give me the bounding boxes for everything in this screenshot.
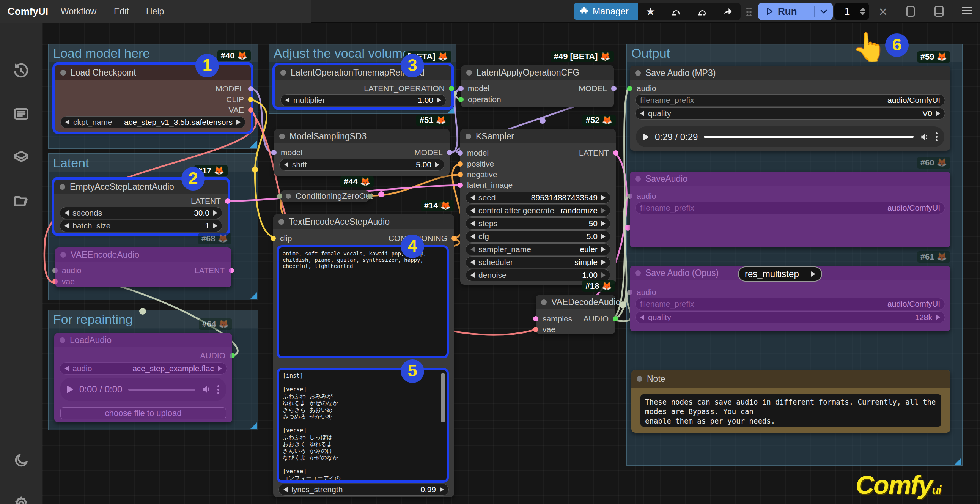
next-value-icon[interactable] — [213, 210, 217, 215]
menu-edit[interactable]: Edit — [114, 0, 129, 23]
next-value-icon[interactable] — [936, 315, 940, 320]
node-vae-encode-audio[interactable]: #68 🦊 VAEEncodeAudio audioLATENT vae — [55, 247, 231, 287]
prev-value-icon[interactable] — [471, 234, 475, 239]
next-value-icon[interactable] — [213, 223, 217, 228]
model-library-icon[interactable] — [13, 149, 30, 166]
input-slot-latent-image[interactable] — [458, 183, 463, 188]
settings-gear-icon[interactable] — [13, 496, 30, 504]
prev-value-icon[interactable] — [471, 208, 475, 213]
node-load-checkpoint[interactable]: #40 🦊 Load Checkpoint MODEL CLIP VAE ckp… — [55, 64, 251, 132]
menu-help[interactable]: Help — [146, 0, 164, 23]
menu-workflow[interactable]: Workflow — [61, 0, 96, 23]
prev-value-icon[interactable] — [285, 97, 290, 103]
multiplier-widget[interactable]: multiplier1.00 — [280, 94, 446, 106]
next-value-icon[interactable] — [601, 208, 606, 213]
collapse-dot[interactable] — [635, 176, 641, 182]
input-slot-audio[interactable] — [627, 290, 632, 295]
output-slot-model[interactable] — [248, 86, 253, 91]
audio-player[interactable]: 0:00 / 0:00 — [60, 378, 226, 401]
volume-icon[interactable] — [920, 132, 929, 142]
seconds-widget[interactable]: seconds30.0 — [60, 207, 222, 219]
group-resize-handle[interactable] — [250, 292, 257, 299]
prev-value-icon[interactable] — [640, 315, 644, 320]
control-after-generate-widget[interactable]: control after generaterandomize — [466, 204, 611, 217]
output-slot-latent-operation[interactable] — [449, 86, 454, 91]
input-slot-negative[interactable] — [458, 172, 463, 177]
close-icon[interactable]: ✕ — [878, 5, 888, 19]
next-value-icon[interactable] — [601, 247, 606, 252]
group-resize-handle[interactable] — [250, 423, 257, 429]
next-value-icon[interactable] — [601, 221, 606, 226]
collapse-dot[interactable] — [635, 270, 641, 276]
node-latent-apply-operation-cfg[interactable]: #49 [BETA] 🦊 LatentApplyOperationCFG mod… — [461, 65, 614, 107]
collapse-dot[interactable] — [60, 252, 66, 258]
new-blank-icon[interactable] — [907, 6, 915, 17]
output-slot-vae[interactable] — [248, 107, 253, 113]
share-icon[interactable] — [722, 6, 733, 17]
node-save-audio[interactable]: #60 🦊 SaveAudio audio filename_prefixaud… — [630, 172, 950, 247]
output-slot-latent[interactable] — [229, 268, 234, 273]
next-value-icon[interactable] — [236, 120, 240, 125]
input-slot-operation[interactable] — [458, 97, 464, 102]
collapse-dot[interactable] — [635, 70, 641, 76]
node-conditioning-zero-out[interactable]: #44 🦊 ConditioningZeroOut — [280, 190, 370, 202]
floating-sampler-option[interactable]: res_multistep — [738, 266, 822, 282]
app-logo[interactable]: ComfyUI — [8, 0, 48, 23]
folder-icon[interactable] — [13, 193, 30, 209]
prev-value-icon[interactable] — [65, 210, 69, 215]
input-slot-vae[interactable] — [533, 327, 538, 332]
star-icon[interactable]: ★ — [646, 5, 655, 18]
collapse-dot[interactable] — [466, 70, 472, 75]
collapse-dot[interactable] — [60, 184, 65, 190]
input-slot-vae[interactable] — [52, 279, 58, 284]
batch-count-stepper[interactable]: 1 — [834, 3, 869, 20]
next-value-icon[interactable] — [218, 366, 222, 371]
count-spinner-icons[interactable] — [860, 8, 865, 15]
next-value-icon[interactable] — [440, 487, 444, 492]
prev-value-icon[interactable] — [284, 162, 288, 167]
lyrics-strength-widget[interactable]: lyrics_strength0.99 — [278, 483, 449, 496]
lyrics-textarea[interactable]: [inst] [verse] ふわふわ おみみが ゆれるよ かぜのなか きらきら… — [279, 370, 447, 480]
output-slot-latent[interactable] — [613, 150, 619, 156]
node-text-encode-ace-step-audio[interactable]: #14 🦊 TextEncodeAceStepAudio clipCONDITI… — [273, 214, 454, 497]
collapse-dot[interactable] — [60, 337, 65, 343]
volume-icon[interactable] — [202, 384, 211, 394]
quality-widget[interactable]: quality128k — [635, 311, 945, 323]
cfg-widget[interactable]: cfg5.0 — [466, 230, 611, 242]
ckpt-name-widget[interactable]: ckpt_nameace_step_v1_3.5b.safetensors — [60, 116, 245, 128]
run-button[interactable]: Run — [758, 3, 833, 20]
input-slot-clip[interactable] — [270, 236, 276, 241]
player-seekbar[interactable] — [128, 389, 196, 391]
node-latent-operation-tonemap-reinhard[interactable]: [BETA] 🦊 LatentOperationTonemapReinhard … — [275, 65, 452, 107]
vacuum-icon[interactable] — [670, 6, 681, 17]
prev-value-icon[interactable] — [640, 111, 644, 116]
collapse-dot[interactable] — [60, 70, 66, 75]
filename-prefix-widget[interactable]: filename_prefixaudio/ComfyUI — [635, 202, 945, 214]
collapse-dot[interactable] — [286, 193, 291, 199]
prev-value-icon[interactable] — [471, 260, 475, 265]
choose-file-button[interactable]: choose file to upload — [60, 407, 226, 419]
sampler-name-widget[interactable]: sampler_nameeuler — [466, 243, 611, 255]
node-model-sampling-sd3[interactable]: #51 🦊 ModelSamplingSD3 modelMODEL shift5… — [274, 129, 450, 176]
prev-value-icon[interactable] — [65, 120, 70, 125]
node-save-audio-mp3[interactable]: #59 🦊 Save Audio (MP3) audio filename_pr… — [630, 65, 950, 151]
shift-widget[interactable]: shift5.00 — [279, 159, 444, 171]
group-header[interactable] — [627, 44, 962, 62]
output-slot-audio[interactable] — [229, 353, 235, 358]
collapse-dot[interactable] — [280, 70, 286, 75]
output-slot-clip[interactable] — [248, 97, 253, 102]
tags-textarea[interactable]: anime, soft female vocals, kawaii pop, j… — [279, 247, 447, 356]
input-slot-audio[interactable] — [52, 268, 58, 273]
prev-value-icon[interactable] — [283, 487, 288, 492]
audio-player[interactable]: 0:29 / 0:29 — [636, 126, 944, 147]
play-icon[interactable] — [643, 133, 649, 141]
collapse-dot[interactable] — [278, 219, 284, 225]
audio-file-widget[interactable]: audioace_step_example.flac — [60, 362, 227, 375]
batch-size-widget[interactable]: batch_size1 — [60, 220, 222, 232]
input-slot-audio[interactable] — [627, 86, 632, 91]
node-note[interactable]: Note These nodes can save audio in diffe… — [631, 370, 950, 433]
collapse-dot[interactable] — [541, 300, 547, 305]
collapse-dot[interactable] — [466, 134, 471, 139]
steps-widget[interactable]: steps50 — [466, 217, 611, 230]
node-load-audio[interactable]: #64 🦊 LoadAudio AUDIO audioace_step_exam… — [54, 333, 232, 423]
